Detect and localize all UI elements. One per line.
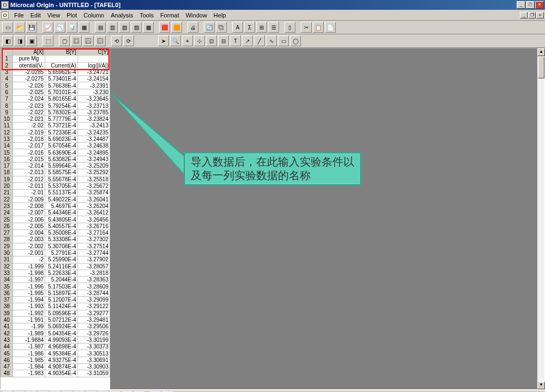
tool-data-icon[interactable]: ⊟ (218, 35, 229, 46)
table-row[interactable]: 37-1.9945.12007E-4-3.29099 (1, 296, 110, 303)
table-row[interactable]: 12-2.0195.72336E-4-3.24235 (1, 129, 110, 136)
table-row[interactable]: 7-2.0245.80165E-4-3.23645 (1, 96, 110, 102)
tool-text-icon[interactable]: T (230, 35, 241, 46)
table-row[interactable]: 40-1.9915.07212E-4-3.29481 (1, 316, 110, 323)
tool-b9-icon[interactable]: ⟲ (111, 35, 122, 46)
tool-refresh-icon[interactable]: 🔄 (204, 22, 215, 33)
tool-curve-icon[interactable]: ∿ (266, 35, 277, 46)
tool-template3-icon[interactable]: ▧ (119, 22, 130, 33)
tool-zoom-icon[interactable]: 🔍 (170, 35, 181, 46)
tool-print-icon[interactable]: 🖨 (187, 22, 198, 33)
corner-cell[interactable] (1, 49, 13, 56)
scroll-down-icon[interactable]: ▼ (537, 382, 545, 389)
table-row[interactable]: 34-1.9975.2044E-4-3.28363 (1, 277, 110, 283)
menu-window[interactable]: Window (183, 11, 210, 20)
menu-tools[interactable]: Tools (136, 11, 157, 20)
tool-circle-icon[interactable]: ◯ (290, 35, 301, 46)
table-row[interactable]: 18-2.0135.58575E-4-3.25292 (1, 169, 110, 176)
scroll-thumb[interactable] (538, 57, 544, 78)
table-row[interactable]: 3-2.02855.65962E-4-3.24721 (1, 69, 110, 75)
menu-format[interactable]: Format (157, 11, 183, 20)
table-row[interactable]: 4-2.02755.73401E-4-3.24154 (1, 76, 110, 82)
tool-b5-icon[interactable]: ▢ (59, 35, 70, 46)
col-b-header[interactable]: B[Y] (45, 49, 78, 56)
tool-copy-icon[interactable]: 📋 (313, 22, 324, 33)
tool-template1-icon[interactable]: ▤ (95, 22, 106, 33)
table-row[interactable]: 42-1.9895.04354E-4-3.29726 (1, 330, 110, 336)
tool-pointer-icon[interactable]: ➤ (158, 35, 169, 46)
tool-b10-icon[interactable]: ⟳ (123, 35, 134, 46)
tool-color1-icon[interactable]: 🟥 (159, 22, 170, 33)
table-row[interactable]: 14-2.0175.67054E-4-3.24638 (1, 143, 110, 149)
table-row[interactable]: 6-2.0255.70101E-4-3.230 (1, 89, 110, 95)
table-row[interactable]: 39-1.9925.09596E-4-3.29277 (1, 310, 110, 316)
table-row[interactable]: 15-2.0165.63690E-4-3.24895 (1, 149, 110, 156)
tool-rect-icon[interactable]: ▭ (278, 35, 289, 46)
data-table[interactable]: A[X] B[Y] C[Y] 1pure Mg2otential(V-Curre… (1, 48, 110, 377)
menu-file[interactable]: File (11, 11, 27, 20)
label-row-1[interactable]: 1pure Mg (1, 56, 110, 62)
tool-graph3-icon[interactable]: 📊 (66, 22, 77, 33)
table-row[interactable]: 21-2.015.51137E-4-3.25874 (1, 189, 110, 196)
tool-open-icon[interactable]: 📂 (14, 22, 25, 33)
table-row[interactable]: 27-2.0045.35008E-4-3.27164 (1, 230, 110, 236)
table-row[interactable]: 36-1.9955.15897E-4-3.28744 (1, 290, 110, 296)
tool-cut-icon[interactable]: ✂ (301, 22, 312, 33)
table-row[interactable]: 29-2.0025.30708E-4-3.27514 (1, 243, 110, 249)
tool-template4-icon[interactable]: ▨ (131, 22, 142, 33)
tool-list-icon[interactable]: ☰ (268, 22, 279, 33)
table-row[interactable]: 33-1.9985.22633E-4-3.2818 (1, 270, 110, 276)
tool-b3-icon[interactable]: ▣ (26, 35, 37, 46)
scroll-track[interactable] (537, 57, 544, 382)
mdi-close-button[interactable]: × (536, 12, 544, 19)
table-row[interactable]: 30-2.0015.2791E-4-3.27744 (1, 249, 110, 256)
minimize-button[interactable]: _ (517, 1, 525, 9)
tool-screen-icon[interactable]: ⊡ (206, 35, 217, 46)
doc-icon[interactable]: O (1, 11, 9, 19)
tool-line-icon[interactable]: ╱ (254, 35, 265, 46)
mdi-restore-button[interactable]: ❐ (528, 12, 536, 19)
table-row[interactable]: 28-2.0035.33308E-4-3.27302 (1, 236, 110, 243)
table-row[interactable]: 8-2.0235.79254E-4-3.23713 (1, 102, 110, 109)
table-row[interactable]: 48-1.9834.90354E-4-3.31059 (1, 370, 110, 377)
tool-b8-icon[interactable]: ⿶ (95, 35, 106, 46)
tool-b4-icon[interactable]: ⬚ (43, 35, 53, 46)
tool-paste-icon[interactable]: 📄 (325, 22, 336, 33)
table-row[interactable]: 23-2.0085.4697E-4-3.26204 (1, 203, 110, 209)
tool-graph4-icon[interactable]: ▦ (78, 22, 89, 33)
label-row-2[interactable]: 2otential(V-Current(A)log(|I/A|) (1, 62, 110, 69)
tool-new-icon[interactable]: ▭ (2, 22, 13, 33)
table-row[interactable]: 11-2.025.73721E-4-3.2413 (1, 122, 110, 129)
menu-column[interactable]: Column (80, 11, 107, 20)
maximize-button[interactable]: □ (526, 1, 535, 9)
table-row[interactable]: 20-2.0115.53705E-4-3.25672 (1, 182, 110, 189)
vertical-scrollbar[interactable]: ▲ ▼ (537, 48, 544, 389)
tool-b2-icon[interactable]: ◨ (14, 35, 25, 46)
table-row[interactable]: 22-2.0095.49022E-4-3.26041 (1, 196, 110, 203)
menu-analysis[interactable]: Analysis (107, 11, 136, 20)
table-row[interactable]: 41-1.995.06924E-4-3.29506 (1, 323, 110, 330)
menu-edit[interactable]: Edit (27, 11, 44, 20)
table-row[interactable]: 45-1.9864.95384E-4-3.30513 (1, 350, 110, 357)
tool-b6-icon[interactable]: ⿴ (71, 35, 82, 46)
table-row[interactable]: 13-2.0185.69023E-4-3.24487 (1, 136, 110, 142)
col-a-header[interactable]: A[X] (13, 49, 45, 56)
table-row[interactable]: 5-2.0265.76638E-4-3.2391 (1, 82, 110, 89)
tool-plus-icon[interactable]: + (182, 35, 193, 46)
table-row[interactable]: 9-2.0225.78302E-4-3.23785 (1, 109, 110, 115)
tool-template5-icon[interactable]: ▩ (143, 22, 154, 33)
table-row[interactable]: 47-1.9844.90874E-4-3.30903 (1, 363, 110, 370)
table-row[interactable]: 31-25.25990E-4-3.27902 (1, 256, 110, 263)
tool-graph2-icon[interactable]: 📉 (55, 22, 65, 33)
table-row[interactable]: 26-2.0055.40557E-4-3.26716 (1, 223, 110, 229)
table-row[interactable]: 19-2.0125.55678E-4-3.25518 (1, 176, 110, 182)
table-row[interactable]: 24-2.0075.44346E-4-3.26412 (1, 210, 110, 216)
worksheet[interactable]: A[X] B[Y] C[Y] 1pure Mg2otential(V-Curre… (1, 48, 111, 389)
tool-grid-icon[interactable]: ⊞ (256, 22, 267, 33)
col-c-header[interactable]: C[Y] (77, 49, 110, 56)
close-button[interactable]: × (535, 1, 544, 9)
tool-arrow-icon[interactable]: ↗ (242, 35, 253, 46)
scroll-up-icon[interactable]: ▲ (537, 48, 545, 56)
tool-layer-icon[interactable]: ▯ (284, 22, 295, 33)
table-row[interactable]: 16-2.0155.63082E-4-3.24943 (1, 156, 110, 162)
